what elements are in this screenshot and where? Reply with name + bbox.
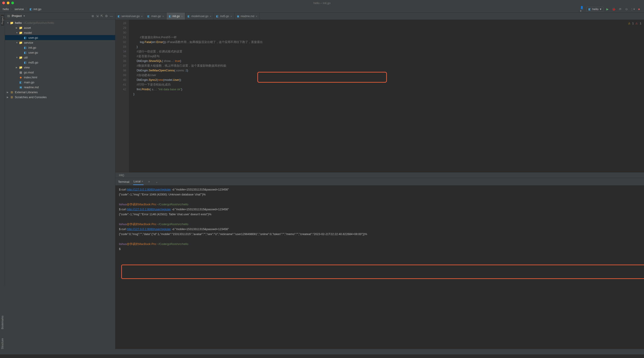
tree-item[interactable]: ▶📁view bbox=[5, 65, 115, 70]
tree-item[interactable]: ◧init.go bbox=[5, 45, 115, 50]
terminal-tool-window: Terminal: Local × ＋ ⌄ $ curl http://127.… bbox=[115, 178, 644, 349]
editor-tab[interactable]: ◧service/user.go× bbox=[115, 12, 145, 20]
debug-button[interactable]: 🐞 bbox=[612, 7, 616, 11]
folder-icon: 📁 bbox=[10, 21, 14, 24]
select-opened-file[interactable]: ⊕ bbox=[92, 14, 94, 18]
crumb-sep: 〉 bbox=[10, 7, 13, 11]
close-icon[interactable]: × bbox=[181, 15, 183, 18]
go-file-icon: ◧ bbox=[118, 15, 120, 18]
editor-tab[interactable]: ◧main.go× bbox=[145, 12, 166, 20]
code-editor[interactable]: ⚠1 ⚠1 //直接退出和fmt.Printf不一样 log.Fatal(err… bbox=[129, 20, 644, 172]
bookmarks-tab[interactable]: Bookmarks bbox=[1, 315, 4, 330]
folder-icon: 📁 bbox=[19, 31, 22, 34]
html-file-icon: ◆ bbox=[19, 76, 22, 79]
traffic-lights bbox=[2, 1, 14, 4]
folder-icon: 📁 bbox=[19, 26, 22, 29]
tree-root[interactable]: ▼📁hello ~/Code/goRoot/src/hello bbox=[5, 20, 115, 25]
editor-tab[interactable]: ◧model/user.go× bbox=[185, 12, 214, 20]
minimize-window[interactable] bbox=[7, 1, 10, 4]
go-file-icon: ◧ bbox=[24, 36, 27, 39]
settings-icon[interactable]: ⚙ bbox=[105, 14, 108, 18]
editor-tab[interactable]: ▣readme.md× bbox=[234, 12, 260, 20]
project-tool-window: ▤ Project ▾ ⊕ ⇲ ⇱ ⚙ — ▼📁hello ~/Code/goR… bbox=[5, 12, 115, 349]
close-icon[interactable]: × bbox=[230, 15, 232, 18]
crumb[interactable]: hello bbox=[3, 7, 9, 11]
editor-tab[interactable]: ◧init.go× bbox=[166, 12, 186, 20]
status-bar bbox=[0, 349, 644, 355]
maximize-window[interactable] bbox=[11, 1, 14, 4]
close-icon[interactable]: × bbox=[256, 15, 258, 18]
terminal-highlight-annotation bbox=[121, 265, 644, 279]
library-icon: ⊞ bbox=[10, 95, 14, 99]
structure-tab[interactable]: Structure bbox=[1, 337, 4, 350]
tree-item[interactable]: ▼📁util bbox=[5, 55, 115, 60]
inspection-badges[interactable]: ⚠1 ⚠1 bbox=[628, 21, 641, 26]
collapse-all[interactable]: ⇱ bbox=[100, 14, 103, 18]
go-file-icon: ◧ bbox=[188, 15, 190, 18]
warning-count: 1 bbox=[632, 21, 634, 26]
mod-file-icon: ▦ bbox=[19, 71, 22, 74]
run-button[interactable]: ▶ bbox=[605, 7, 610, 11]
crumb[interactable]: service bbox=[14, 7, 24, 11]
hide-icon[interactable]: — bbox=[110, 14, 113, 18]
close-icon[interactable]: × bbox=[141, 15, 143, 18]
close-icon[interactable]: × bbox=[142, 180, 143, 183]
project-title: Project bbox=[12, 14, 22, 17]
editor-tabs: ◧service/user.go×◧main.go×◧init.go×◧mode… bbox=[115, 12, 644, 20]
stop-button[interactable]: ■ bbox=[637, 7, 641, 11]
user-icon[interactable]: 👤▾ bbox=[580, 7, 584, 11]
tree-item[interactable]: ▼📁model bbox=[5, 30, 115, 35]
crumb[interactable]: init.go bbox=[34, 7, 42, 11]
editor-breadcrumb[interactable]: init() bbox=[115, 172, 644, 178]
chevron-down-icon: ▾ bbox=[600, 7, 602, 11]
expand-all[interactable]: ⇲ bbox=[96, 14, 99, 18]
tree-extra[interactable]: ▶⊞Scratches and Consoles bbox=[5, 95, 115, 99]
more-actions[interactable]: ⋮▾ bbox=[630, 7, 635, 11]
project-view-icon[interactable]: ▤ bbox=[7, 14, 10, 17]
breadcrumbs: hello 〉 service 〉 ◧ init.go 👤▾ ◧ hello ▾… bbox=[0, 6, 644, 12]
go-icon: ◧ bbox=[588, 7, 591, 11]
run-config-label: hello bbox=[592, 7, 598, 11]
go-file-icon: ◧ bbox=[19, 81, 22, 84]
terminal-tab[interactable]: Local × bbox=[133, 178, 144, 185]
terminal-output[interactable]: $ curl http://127.0.0.1:8080/user/regist… bbox=[115, 185, 644, 349]
run-configuration[interactable]: ◧ hello ▾ bbox=[586, 7, 604, 11]
gutter: 282930313233343536373839404142 bbox=[115, 20, 129, 172]
project-tab[interactable]: Project bbox=[1, 15, 4, 25]
terminal-label: Terminal: bbox=[118, 180, 130, 184]
tree-item[interactable]: ◧main.go bbox=[5, 80, 115, 85]
go-file-icon: ◧ bbox=[30, 7, 32, 11]
library-icon: ⊞ bbox=[10, 90, 14, 94]
tree-extra[interactable]: ▶⊞External Libraries bbox=[5, 90, 115, 95]
go-file-icon: ◧ bbox=[169, 15, 171, 18]
md-file-icon: ▣ bbox=[237, 15, 239, 18]
go-file-icon: ◧ bbox=[24, 51, 27, 54]
tree-item[interactable]: ◧user.go bbox=[5, 35, 115, 40]
tree-item[interactable]: ▦go.mod bbox=[5, 70, 115, 75]
md-file-icon: ▣ bbox=[19, 85, 22, 89]
tree-item[interactable]: ◧user.go bbox=[5, 50, 115, 55]
tree-item[interactable]: ▣readme.md bbox=[5, 85, 115, 90]
tree-item[interactable]: ◆index.html bbox=[5, 75, 115, 80]
go-file-icon: ◧ bbox=[147, 15, 150, 18]
coverage-button[interactable]: ⟳ bbox=[618, 7, 622, 11]
profile-button[interactable]: ⊙ bbox=[624, 7, 629, 11]
new-terminal-tab[interactable]: ＋ bbox=[147, 179, 151, 184]
close-icon[interactable]: × bbox=[162, 15, 164, 18]
go-file-icon: ◧ bbox=[24, 61, 27, 64]
go-file-icon: ◧ bbox=[24, 46, 27, 49]
tree-item[interactable]: ▶📁asset bbox=[5, 25, 115, 30]
code-highlight-annotation bbox=[257, 72, 387, 83]
tree-item[interactable]: ◧md5.go bbox=[5, 60, 115, 65]
editor-tab[interactable]: ◧md5.go× bbox=[214, 12, 234, 20]
tree-item[interactable]: ▼📁service bbox=[5, 40, 115, 45]
close-icon[interactable]: × bbox=[210, 15, 212, 18]
close-window[interactable] bbox=[2, 1, 5, 4]
chevron-down-icon[interactable]: ▾ bbox=[24, 14, 25, 17]
project-tree[interactable]: ▼📁hello ~/Code/goRoot/src/hello▶📁asset▼📁… bbox=[5, 19, 115, 349]
terminal-options[interactable]: ⌄ bbox=[154, 179, 159, 184]
folder-icon: 📁 bbox=[19, 66, 22, 69]
titlebar: hello – init.go bbox=[0, 0, 644, 6]
folder-icon: 📁 bbox=[19, 56, 22, 59]
crumb-sep: 〉 bbox=[25, 7, 28, 11]
